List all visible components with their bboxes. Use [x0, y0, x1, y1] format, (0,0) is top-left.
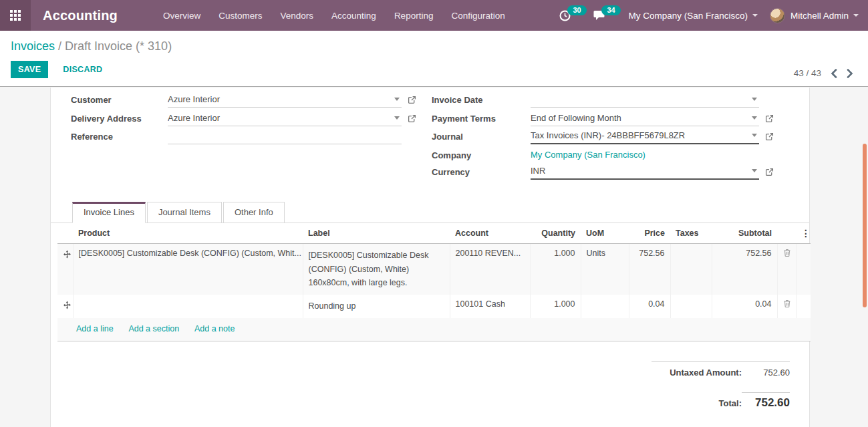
add-a-section-link[interactable]: Add a section [128, 324, 179, 333]
reference-field: Reference [71, 128, 402, 144]
external-link-icon[interactable] [408, 96, 416, 104]
external-link-icon[interactable] [408, 114, 416, 123]
cell-price[interactable]: 0.04 [629, 295, 670, 318]
payment-terms-field: Payment Terms End of Following Month [432, 110, 774, 126]
user-name: Mitchell Admin [790, 11, 849, 21]
invoice-form-sheet: Customer Azure Interior Delivery Address… [50, 88, 810, 427]
external-link-icon[interactable] [765, 168, 774, 176]
caret-down-icon[interactable] [752, 169, 757, 172]
header-taxes[interactable]: Taxes [670, 223, 712, 244]
currency-field: Currency INR [432, 164, 774, 180]
trash-icon [783, 299, 791, 308]
drag-handle[interactable] [57, 244, 73, 295]
breadcrumb-invoices-link[interactable]: Invoices [11, 39, 55, 53]
journal-field: Journal Tax Invoices (INR)- 24BBBFF5679L… [432, 128, 774, 144]
currency-input[interactable]: INR [531, 164, 759, 180]
tab-other-info[interactable]: Other Info [223, 202, 285, 223]
untaxed-amount-row: Untaxed Amount: 752.60 [652, 368, 790, 378]
company-field: Company My Company (San Francisco) [432, 147, 759, 163]
invoice-lines-table: Product Label Account Quantity UoM Price… [57, 223, 811, 341]
tab-invoice-lines[interactable]: Invoice Lines [72, 202, 146, 223]
nav-overview[interactable]: Overview [159, 8, 204, 23]
cell-uom[interactable]: Units [581, 244, 629, 295]
header-account[interactable]: Account [450, 223, 530, 244]
external-link-icon[interactable] [765, 114, 774, 123]
messages-button[interactable]: 34 [593, 10, 616, 21]
delivery-address-label: Delivery Address [71, 114, 168, 124]
cell-taxes[interactable] [670, 295, 712, 318]
nav-vendors[interactable]: Vendors [277, 8, 318, 23]
pager-previous-button[interactable] [831, 69, 837, 78]
table-row[interactable]: Rounding up 100101 Cash 1.000 0.04 0.04 [57, 295, 811, 318]
invoice-date-field: Invoice Date [432, 92, 759, 108]
nav-accounting[interactable]: Accounting [327, 8, 380, 23]
company-switcher-label: My Company (San Francisco) [628, 11, 748, 21]
customer-input[interactable]: Azure Interior [168, 92, 402, 108]
add-a-line-link[interactable]: Add a line [76, 324, 114, 333]
tab-journal-items[interactable]: Journal Items [147, 202, 222, 223]
move-handle-icon [63, 250, 71, 259]
table-header-row: Product Label Account Quantity UoM Price… [57, 223, 811, 244]
table-links-row: Add a line Add a section Add a note [57, 318, 811, 341]
header-uom[interactable]: UoM [581, 223, 629, 244]
scrollbar-thumb[interactable] [863, 144, 867, 307]
reference-input[interactable] [168, 128, 402, 144]
optional-columns-button[interactable]: ⋮ [796, 223, 811, 244]
company-label: Company [432, 150, 531, 160]
caret-down-icon[interactable] [394, 116, 400, 120]
journal-label: Journal [432, 132, 531, 142]
delete-line-button[interactable] [777, 295, 796, 318]
cell-product[interactable]: [DESK0005] Customizable Desk (CONFIG) (C… [73, 244, 303, 295]
cell-account[interactable]: 100101 Cash [450, 295, 530, 318]
cell-price[interactable]: 752.56 [629, 244, 670, 295]
header-price[interactable]: Price [629, 223, 670, 244]
cell-quantity[interactable]: 1.000 [530, 244, 581, 295]
total-row: Total: 752.60 [652, 392, 790, 410]
pager-value: 43 / 43 [794, 68, 821, 78]
drag-handle[interactable] [57, 295, 73, 318]
table-row[interactable]: [DESK0005] Customizable Desk (CONFIG) (C… [57, 244, 811, 295]
nav-customers[interactable]: Customers [214, 8, 266, 23]
activity-count-badge: 30 [567, 5, 586, 15]
delivery-address-input[interactable]: Azure Interior [168, 110, 402, 126]
caret-down-icon[interactable] [394, 98, 400, 101]
app-title[interactable]: Accounting [43, 8, 118, 23]
caret-down-icon[interactable] [752, 134, 757, 137]
pager-next-button[interactable] [847, 69, 853, 78]
company-link[interactable]: My Company (San Francisco) [531, 150, 759, 160]
discard-button[interactable]: DISCARD [63, 65, 102, 74]
company-switcher[interactable]: My Company (San Francisco) [628, 11, 758, 21]
add-a-note-link[interactable]: Add a note [194, 324, 235, 333]
header-quantity[interactable]: Quantity [530, 223, 581, 244]
payment-terms-input[interactable]: End of Following Month [531, 110, 759, 126]
header-label[interactable]: Label [303, 223, 450, 244]
journal-input[interactable]: Tax Invoices (INR)- 24BBBFF5679L8ZR [531, 128, 759, 144]
caret-down-icon[interactable] [752, 116, 757, 120]
delete-line-button[interactable] [777, 244, 796, 295]
nav-configuration[interactable]: Configuration [447, 8, 509, 23]
cell-account[interactable]: 200110 REVEN... [450, 244, 530, 295]
cell-product[interactable] [73, 295, 303, 318]
cell-label[interactable]: [DESK0005] Customizable Desk (CONFIG) (C… [303, 244, 450, 295]
nav-reporting[interactable]: Reporting [390, 8, 438, 23]
trash-icon [783, 249, 791, 257]
main-nav: Overview Customers Vendors Accounting Re… [159, 8, 509, 23]
cell-quantity[interactable]: 1.000 [530, 295, 581, 318]
activities-button[interactable]: 30 [559, 10, 581, 21]
user-menu[interactable]: Mitchell Admin [770, 8, 859, 23]
breadcrumb-separator: / [55, 39, 65, 53]
cell-label[interactable]: Rounding up [303, 295, 450, 318]
apps-menu-button[interactable] [0, 0, 31, 31]
customer-field: Customer Azure Interior [71, 92, 416, 108]
caret-down-icon[interactable] [752, 98, 757, 101]
cell-subtotal: 0.04 [712, 295, 777, 318]
save-button[interactable]: SAVE [11, 61, 48, 78]
cell-uom[interactable] [581, 295, 629, 318]
external-link-icon[interactable] [765, 132, 774, 141]
total-label: Total: [719, 398, 742, 408]
delivery-address-field: Delivery Address Azure Interior [71, 110, 416, 126]
cell-taxes[interactable] [670, 244, 712, 295]
header-subtotal[interactable]: Subtotal [712, 223, 777, 244]
header-product[interactable]: Product [73, 223, 303, 244]
invoice-date-input[interactable] [531, 92, 759, 108]
